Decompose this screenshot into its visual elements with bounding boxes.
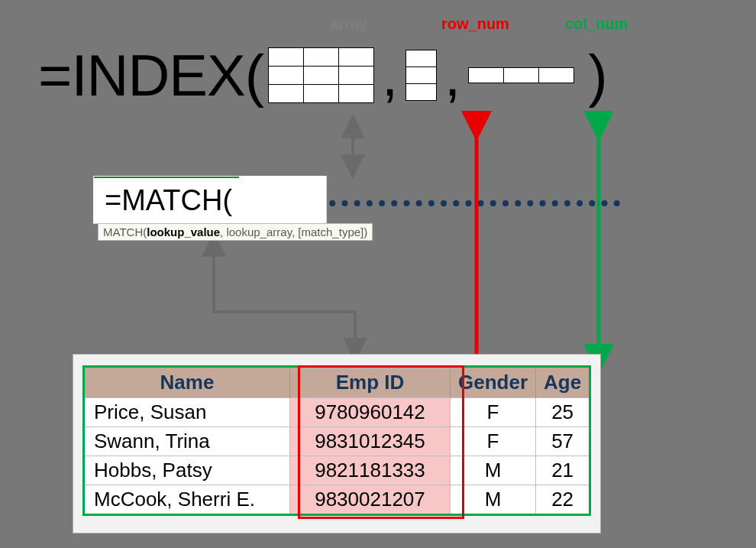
cell-empid: 9821181333 — [290, 456, 451, 485]
comma-2: , — [441, 47, 464, 105]
formula-close-paren: ) — [588, 42, 607, 109]
match-formula-text: =MATCH( — [105, 184, 232, 216]
cell-empid: 9780960142 — [290, 398, 451, 427]
table-header-gender: Gender — [451, 367, 536, 398]
match-tooltip-pre: MATCH( — [103, 225, 147, 238]
label-col-num: col_num — [565, 15, 628, 33]
cell-gender: F — [451, 398, 536, 427]
cell-age: 21 — [536, 456, 590, 485]
cell-age: 22 — [536, 485, 590, 515]
match-tooltip-bold: lookup_value — [147, 225, 220, 238]
data-table: Name Emp ID Gender Age Price, Susan 9780… — [82, 365, 591, 516]
cell-age: 25 — [536, 398, 590, 427]
cell-name: Swann, Trina — [84, 427, 290, 456]
table-row: Hobbs, Patsy 9821181333 M 21 — [84, 456, 590, 485]
label-row-num: row_num — [441, 15, 509, 33]
data-table-wrap: Name Emp ID Gender Age Price, Susan 9780… — [73, 354, 601, 533]
comma-1: , — [379, 47, 401, 105]
cell-gender: M — [451, 485, 536, 515]
cell-gender: F — [451, 427, 536, 456]
cell-empid: 9831012345 — [290, 427, 451, 456]
table-row: Price, Susan 9780960142 F 25 — [84, 398, 590, 427]
table-row: McCook, Sherri E. 9830021207 M 22 — [84, 485, 590, 515]
index-formula: =INDEX( , , ) — [38, 42, 608, 109]
table-header-name: Name — [84, 367, 290, 398]
table-header-age: Age — [536, 367, 590, 398]
col-num-icon — [468, 67, 574, 83]
match-tooltip: MATCH(lookup_value, lookup_array, [match… — [98, 223, 373, 241]
cell-gender: M — [451, 456, 536, 485]
match-tooltip-post: , lookup_array, [match_type]) — [220, 225, 367, 238]
cell-empid: 9830021207 — [290, 485, 451, 515]
formula-prefix: =INDEX( — [38, 42, 263, 109]
table-row: Swann, Trina 9831012345 F 57 — [84, 427, 590, 456]
row-num-icon — [405, 50, 437, 101]
cell-name: Hobbs, Patsy — [84, 456, 290, 485]
cell-name: McCook, Sherri E. — [84, 485, 290, 515]
table-header-empid: Emp ID — [290, 367, 451, 398]
label-array: array — [330, 15, 367, 33]
cell-age: 57 — [536, 427, 590, 456]
cell-name: Price, Susan — [84, 398, 290, 427]
match-formula-box: =MATCH( — [93, 176, 327, 224]
array-icon — [268, 47, 374, 103]
